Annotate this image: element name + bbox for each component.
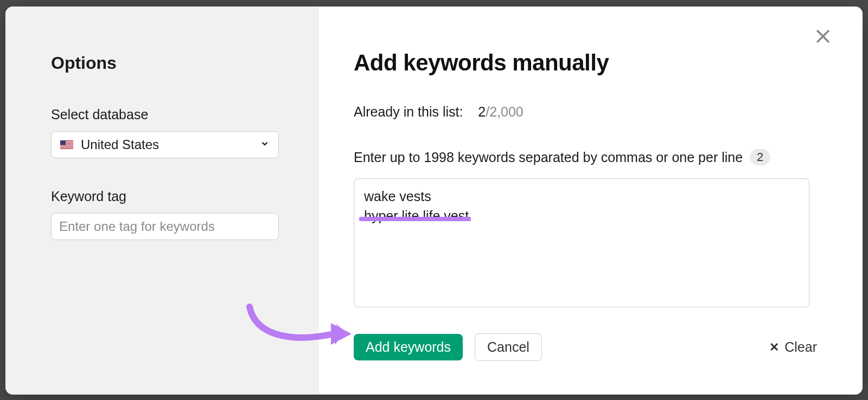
clear-button[interactable]: ✕ Clear: [769, 339, 817, 355]
clear-label: Clear: [784, 339, 817, 355]
already-count: 2: [478, 104, 486, 119]
svg-rect-6: [60, 148, 73, 149]
already-max: /2,000: [486, 104, 524, 119]
database-value: United States: [81, 137, 260, 152]
cancel-button[interactable]: Cancel: [475, 333, 542, 361]
add-keywords-modal: Options Select database United States: [5, 7, 863, 395]
options-sidebar: Options Select database United States: [5, 7, 319, 395]
enter-instructions: Enter up to 1998 keywords separated by c…: [354, 149, 828, 165]
svg-rect-7: [60, 140, 66, 145]
svg-rect-5: [60, 146, 73, 147]
enter-label: Enter up to 1998 keywords separated by c…: [354, 150, 743, 165]
button-row: Add keywords Cancel ✕ Clear: [354, 333, 828, 361]
database-label: Select database: [51, 107, 273, 122]
keywords-textarea[interactable]: [354, 178, 809, 307]
already-label: Already in this list:: [354, 104, 463, 119]
options-title: Options: [51, 53, 273, 73]
keyword-tag-input[interactable]: [51, 213, 279, 240]
close-icon[interactable]: [814, 27, 832, 48]
annotation-highlight: [359, 217, 471, 221]
keyword-entered-count: 2: [750, 149, 770, 165]
main-title: Add keywords manually: [354, 50, 828, 76]
add-keywords-button[interactable]: Add keywords: [354, 334, 463, 360]
already-in-list: Already in this list: 2/2,000: [354, 104, 828, 120]
close-icon: ✕: [769, 340, 779, 354]
main-panel: Add keywords manually Already in this li…: [319, 7, 863, 395]
database-select[interactable]: United States: [51, 131, 279, 158]
svg-rect-4: [60, 145, 73, 146]
chevron-down-icon: [260, 139, 270, 151]
keyword-tag-label: Keyword tag: [51, 189, 273, 204]
us-flag-icon: [60, 140, 73, 149]
